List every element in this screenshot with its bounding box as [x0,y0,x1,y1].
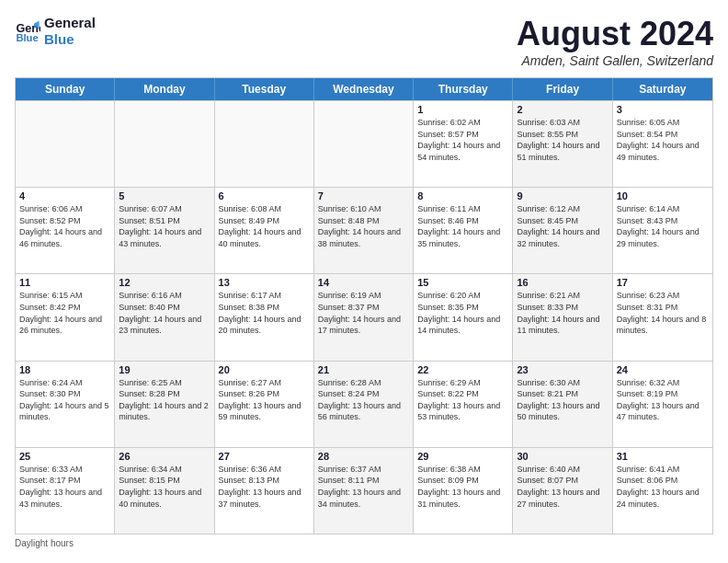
calendar-cell: 31Sunrise: 6:41 AM Sunset: 8:06 PM Dayli… [613,448,712,534]
calendar-cell: 18Sunrise: 6:24 AM Sunset: 8:30 PM Dayli… [16,362,115,447]
day-number: 7 [318,190,409,201]
calendar-cell: 3Sunrise: 6:05 AM Sunset: 8:54 PM Daylig… [613,101,712,187]
header: General Blue General Blue August 2024 Am… [15,15,713,68]
day-number: 1 [417,104,508,115]
calendar-cell: 10Sunrise: 6:14 AM Sunset: 8:43 PM Dayli… [613,188,712,273]
calendar-body: 1Sunrise: 6:02 AM Sunset: 8:57 PM Daylig… [16,100,712,534]
cell-info: Sunrise: 6:20 AM Sunset: 8:35 PM Dayligh… [417,290,508,336]
calendar-cell [115,101,214,187]
cell-info: Sunrise: 6:38 AM Sunset: 8:09 PM Dayligh… [417,464,508,510]
cell-info: Sunrise: 6:36 AM Sunset: 8:13 PM Dayligh… [219,464,310,510]
cell-info: Sunrise: 6:15 AM Sunset: 8:42 PM Dayligh… [19,290,110,336]
calendar-cell: 2Sunrise: 6:03 AM Sunset: 8:55 PM Daylig… [513,101,612,187]
cell-info: Sunrise: 6:19 AM Sunset: 8:37 PM Dayligh… [318,290,409,336]
cell-info: Sunrise: 6:40 AM Sunset: 8:07 PM Dayligh… [517,464,608,510]
calendar-week-row: 18Sunrise: 6:24 AM Sunset: 8:30 PM Dayli… [16,361,712,447]
calendar: SundayMondayTuesdayWednesdayThursdayFrid… [15,77,713,534]
day-number: 17 [617,277,709,288]
cell-info: Sunrise: 6:24 AM Sunset: 8:30 PM Dayligh… [19,377,110,423]
calendar-cell [314,101,414,187]
cell-info: Sunrise: 6:08 AM Sunset: 8:49 PM Dayligh… [219,203,310,249]
calendar-cell: 6Sunrise: 6:08 AM Sunset: 8:49 PM Daylig… [215,188,314,273]
calendar-cell: 17Sunrise: 6:23 AM Sunset: 8:31 PM Dayli… [613,274,712,360]
calendar-header: SundayMondayTuesdayWednesdayThursdayFrid… [16,78,712,100]
cell-info: Sunrise: 6:23 AM Sunset: 8:31 PM Dayligh… [617,290,709,336]
day-number: 30 [517,451,608,462]
footer-note: Daylight hours [15,538,713,548]
day-number: 25 [19,451,110,462]
logo-icon: General Blue [15,18,40,44]
day-number: 20 [219,364,310,375]
calendar-cell: 16Sunrise: 6:21 AM Sunset: 8:33 PM Dayli… [513,274,612,360]
day-number: 6 [219,190,310,201]
cell-info: Sunrise: 6:06 AM Sunset: 8:52 PM Dayligh… [19,203,110,249]
calendar-cell: 19Sunrise: 6:25 AM Sunset: 8:28 PM Dayli… [115,362,214,447]
calendar-cell: 20Sunrise: 6:27 AM Sunset: 8:26 PM Dayli… [215,362,314,447]
day-number: 11 [19,277,110,288]
cell-info: Sunrise: 6:21 AM Sunset: 8:33 PM Dayligh… [517,290,608,336]
cell-info: Sunrise: 6:32 AM Sunset: 8:19 PM Dayligh… [617,377,709,423]
calendar-cell: 11Sunrise: 6:15 AM Sunset: 8:42 PM Dayli… [16,274,115,360]
day-of-week-header: Saturday [613,78,712,100]
cell-info: Sunrise: 6:29 AM Sunset: 8:22 PM Dayligh… [417,377,508,423]
svg-text:Blue: Blue [16,32,38,43]
day-number: 21 [318,364,409,375]
cell-info: Sunrise: 6:33 AM Sunset: 8:17 PM Dayligh… [19,464,110,510]
calendar-cell [16,101,115,187]
day-number: 26 [119,451,210,462]
day-number: 27 [219,451,310,462]
calendar-cell: 26Sunrise: 6:34 AM Sunset: 8:15 PM Dayli… [115,448,214,534]
day-number: 2 [517,104,608,115]
day-number: 31 [617,451,709,462]
day-of-week-header: Wednesday [314,78,414,100]
calendar-week-row: 1Sunrise: 6:02 AM Sunset: 8:57 PM Daylig… [16,100,712,187]
logo-blue: Blue [44,31,96,48]
cell-info: Sunrise: 6:28 AM Sunset: 8:24 PM Dayligh… [318,377,409,423]
calendar-cell: 22Sunrise: 6:29 AM Sunset: 8:22 PM Dayli… [414,362,513,447]
cell-info: Sunrise: 6:14 AM Sunset: 8:43 PM Dayligh… [617,203,709,249]
calendar-cell [215,101,314,187]
cell-info: Sunrise: 6:25 AM Sunset: 8:28 PM Dayligh… [119,377,210,423]
cell-info: Sunrise: 6:27 AM Sunset: 8:26 PM Dayligh… [219,377,310,423]
cell-info: Sunrise: 6:17 AM Sunset: 8:38 PM Dayligh… [219,290,310,336]
day-number: 13 [219,277,310,288]
day-of-week-header: Sunday [16,78,115,100]
cell-info: Sunrise: 6:02 AM Sunset: 8:57 PM Dayligh… [417,117,508,163]
calendar-cell: 8Sunrise: 6:11 AM Sunset: 8:46 PM Daylig… [414,188,513,273]
calendar-cell: 24Sunrise: 6:32 AM Sunset: 8:19 PM Dayli… [613,362,712,447]
calendar-cell: 29Sunrise: 6:38 AM Sunset: 8:09 PM Dayli… [414,448,513,534]
month-title: August 2024 [517,15,713,53]
calendar-cell: 27Sunrise: 6:36 AM Sunset: 8:13 PM Dayli… [215,448,314,534]
calendar-cell: 28Sunrise: 6:37 AM Sunset: 8:11 PM Dayli… [314,448,414,534]
location: Amden, Saint Gallen, Switzerland [517,53,713,68]
cell-info: Sunrise: 6:07 AM Sunset: 8:51 PM Dayligh… [119,203,210,249]
calendar-cell: 5Sunrise: 6:07 AM Sunset: 8:51 PM Daylig… [115,188,214,273]
day-of-week-header: Friday [513,78,612,100]
calendar-cell: 9Sunrise: 6:12 AM Sunset: 8:45 PM Daylig… [513,188,612,273]
calendar-cell: 12Sunrise: 6:16 AM Sunset: 8:40 PM Dayli… [115,274,214,360]
day-number: 3 [617,104,709,115]
calendar-cell: 1Sunrise: 6:02 AM Sunset: 8:57 PM Daylig… [414,101,513,187]
cell-info: Sunrise: 6:34 AM Sunset: 8:15 PM Dayligh… [119,464,210,510]
cell-info: Sunrise: 6:05 AM Sunset: 8:54 PM Dayligh… [617,117,709,163]
calendar-cell: 23Sunrise: 6:30 AM Sunset: 8:21 PM Dayli… [513,362,612,447]
calendar-cell: 30Sunrise: 6:40 AM Sunset: 8:07 PM Dayli… [513,448,612,534]
cell-info: Sunrise: 6:16 AM Sunset: 8:40 PM Dayligh… [119,290,210,336]
day-number: 28 [318,451,409,462]
day-number: 29 [417,451,508,462]
calendar-week-row: 11Sunrise: 6:15 AM Sunset: 8:42 PM Dayli… [16,273,712,360]
day-number: 22 [417,364,508,375]
day-number: 9 [517,190,608,201]
calendar-cell: 15Sunrise: 6:20 AM Sunset: 8:35 PM Dayli… [414,274,513,360]
logo-general: General [44,15,96,31]
calendar-cell: 21Sunrise: 6:28 AM Sunset: 8:24 PM Dayli… [314,362,414,447]
calendar-cell: 13Sunrise: 6:17 AM Sunset: 8:38 PM Dayli… [215,274,314,360]
title-block: August 2024 Amden, Saint Gallen, Switzer… [517,15,713,68]
cell-info: Sunrise: 6:30 AM Sunset: 8:21 PM Dayligh… [517,377,608,423]
page: General Blue General Blue August 2024 Am… [0,0,728,563]
calendar-week-row: 25Sunrise: 6:33 AM Sunset: 8:17 PM Dayli… [16,447,712,534]
day-number: 4 [19,190,110,201]
day-number: 23 [517,364,608,375]
day-number: 24 [617,364,709,375]
cell-info: Sunrise: 6:11 AM Sunset: 8:46 PM Dayligh… [417,203,508,249]
